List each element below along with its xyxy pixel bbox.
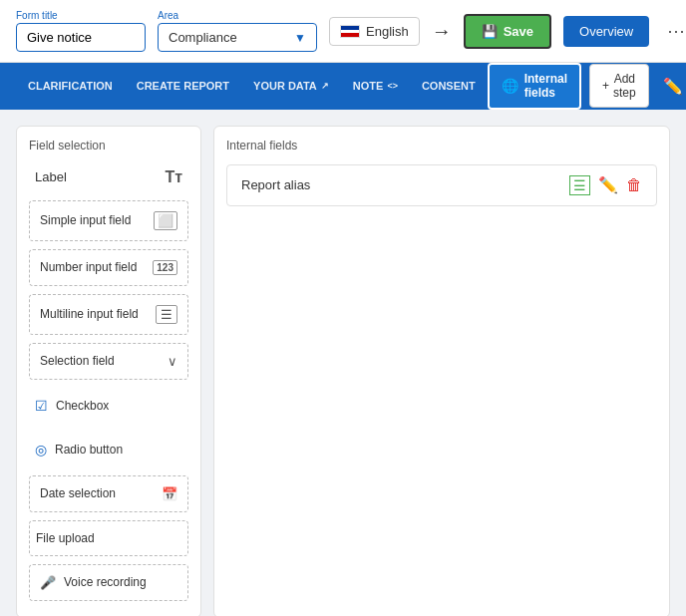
mic-icon: 🎤 bbox=[40, 575, 56, 590]
radio-label: Radio button bbox=[55, 443, 123, 457]
voice-recording-field-item[interactable]: 🎤 Voice recording bbox=[29, 564, 188, 601]
main-content: Field selection Label Tт Simple input fi… bbox=[0, 110, 686, 616]
date-selection-label: Date selection bbox=[40, 486, 116, 500]
selection-chevron-icon: ∨ bbox=[168, 354, 177, 369]
edit-step-button[interactable]: ✏️ bbox=[657, 73, 686, 100]
area-value: Compliance bbox=[169, 30, 237, 45]
top-bar: Form title Area Compliance ▼ English → 💾… bbox=[0, 0, 686, 63]
number-icon: 123 bbox=[153, 260, 177, 275]
label-field-item[interactable]: Label Tт bbox=[29, 160, 188, 194]
tab-clarification-label: CLARIFICATION bbox=[28, 80, 113, 92]
field-selection-panel: Field selection Label Tт Simple input fi… bbox=[16, 126, 201, 616]
external-link-icon: ↗ bbox=[321, 81, 329, 91]
report-alias-row: Report alias ☰ ✏️ 🗑 bbox=[226, 164, 657, 206]
typography-icon: Tт bbox=[165, 168, 182, 186]
number-input-field-item[interactable]: Number input field 123 bbox=[29, 249, 188, 286]
overview-button[interactable]: Overview bbox=[563, 16, 649, 47]
save-icon: 💾 bbox=[482, 24, 498, 39]
checkbox-field-item[interactable]: ☑ Checkbox bbox=[29, 388, 188, 424]
internal-fields-button[interactable]: 🌐 Internalfields bbox=[488, 63, 581, 110]
tab-create-report-label: CREATE REPORT bbox=[137, 80, 229, 92]
selection-field-label: Selection field bbox=[40, 354, 115, 368]
radio-icon: ◎ bbox=[35, 442, 47, 458]
row-list-icon: ☰ bbox=[569, 175, 590, 195]
add-step-button[interactable]: + Add step bbox=[589, 64, 649, 108]
multiline-input-field-item[interactable]: Multiline input field ☰ bbox=[29, 294, 188, 335]
area-group: Area Compliance ▼ bbox=[158, 10, 317, 52]
add-step-label: Add step bbox=[613, 72, 636, 100]
language-label: English bbox=[366, 24, 409, 39]
form-title-group: Form title bbox=[16, 10, 146, 52]
tab-consent[interactable]: CONSENT bbox=[410, 66, 488, 106]
plus-icon: + bbox=[602, 79, 609, 93]
save-button[interactable]: 💾 Save bbox=[464, 14, 551, 49]
tab-note-label: NOTE bbox=[353, 80, 384, 92]
date-selection-field-item[interactable]: Date selection 📅 bbox=[29, 475, 188, 512]
pencil-icon: ✏️ bbox=[663, 78, 683, 95]
simple-input-field-label: Simple input field bbox=[40, 213, 131, 227]
calendar-icon: 📅 bbox=[162, 486, 177, 501]
nav-bar: CLARIFICATION CREATE REPORT YOUR DATA ↗ … bbox=[0, 63, 686, 110]
tab-your-data[interactable]: YOUR DATA ↗ bbox=[241, 66, 341, 106]
number-input-field-label: Number input field bbox=[40, 260, 137, 274]
label-field-text: Label bbox=[35, 169, 67, 184]
row-delete-icon[interactable]: 🗑 bbox=[626, 176, 642, 194]
area-select[interactable]: Compliance ▼ bbox=[158, 23, 317, 52]
report-alias-label: Report alias bbox=[241, 177, 310, 192]
row-edit-icon[interactable]: ✏️ bbox=[598, 175, 618, 194]
tab-consent-label: CONSENT bbox=[422, 80, 476, 92]
file-upload-label: File upload bbox=[36, 531, 95, 545]
radio-button-field-item[interactable]: ◎ Radio button bbox=[29, 432, 188, 467]
tab-note[interactable]: NOTE <> bbox=[341, 66, 410, 106]
save-label: Save bbox=[504, 24, 533, 39]
form-title-label: Form title bbox=[16, 10, 146, 21]
arrow-indicator: → bbox=[432, 20, 452, 43]
form-title-input[interactable] bbox=[16, 23, 146, 52]
flag-icon bbox=[340, 25, 360, 38]
area-chevron-icon: ▼ bbox=[294, 31, 306, 45]
checkbox-icon: ☑ bbox=[35, 398, 48, 414]
globe-icon: 🌐 bbox=[502, 78, 518, 95]
simple-input-field-item[interactable]: Simple input field ⬜ bbox=[29, 200, 188, 241]
more-icon: ⋯ bbox=[667, 21, 685, 41]
input-field-icon: ⬜ bbox=[154, 211, 177, 230]
area-label: Area bbox=[158, 10, 317, 21]
selection-field-item[interactable]: Selection field ∨ bbox=[29, 343, 188, 380]
multiline-input-field-label: Multiline input field bbox=[40, 307, 139, 321]
checkbox-label: Checkbox bbox=[56, 399, 109, 413]
language-btn[interactable]: English bbox=[329, 17, 420, 46]
overview-label: Overview bbox=[579, 24, 633, 39]
tab-your-data-label: YOUR DATA bbox=[253, 80, 317, 92]
code-icon: <> bbox=[387, 81, 398, 91]
multiline-icon: ☰ bbox=[156, 305, 177, 324]
internal-fields-label: Internalfields bbox=[524, 72, 567, 101]
row-actions: ☰ ✏️ 🗑 bbox=[569, 175, 642, 195]
internal-fields-panel: Internal fields Report alias ☰ ✏️ 🗑 bbox=[213, 126, 670, 616]
tab-clarification[interactable]: CLARIFICATION bbox=[16, 66, 125, 106]
more-button[interactable]: ⋯ bbox=[661, 16, 686, 46]
file-upload-field-item[interactable]: File upload bbox=[29, 520, 188, 556]
field-selection-heading: Field selection bbox=[29, 139, 188, 153]
tab-create-report[interactable]: CREATE REPORT bbox=[125, 66, 241, 106]
voice-recording-label: Voice recording bbox=[64, 575, 147, 589]
internal-fields-heading: Internal fields bbox=[226, 139, 657, 153]
